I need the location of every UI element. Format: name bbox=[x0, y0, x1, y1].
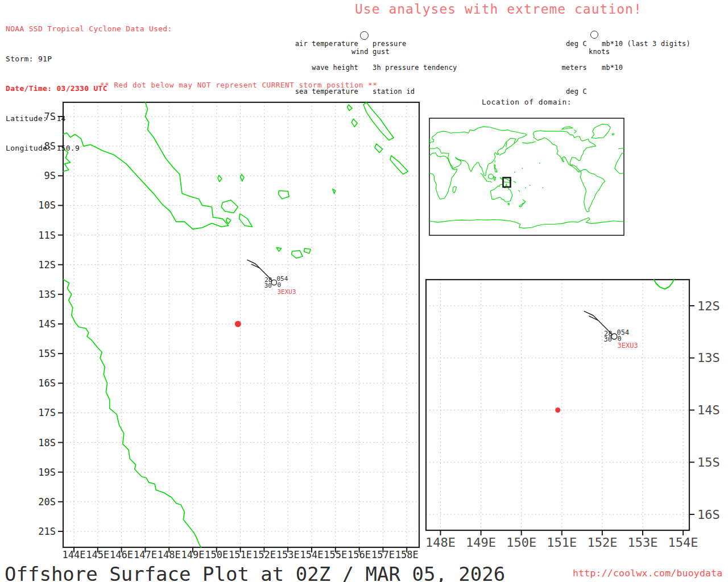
world-island-dot bbox=[514, 172, 515, 173]
units-legend-right-column: mb*10 (last 3 digits) mb*10 bbox=[602, 24, 690, 80]
main-x-tick-label: 150E bbox=[205, 549, 228, 560]
legend-mb10-last3-label: mb*10 (last 3 digits) bbox=[602, 40, 690, 48]
zoom-y-tick-label: 16S bbox=[697, 508, 720, 522]
main-y-tick-label: 10S bbox=[38, 199, 56, 211]
zoom-station-wind-barb-1 bbox=[584, 311, 593, 315]
world-island-dot bbox=[539, 163, 540, 164]
units-circle-glyph bbox=[590, 31, 598, 39]
legend-pressure-label: pressure bbox=[373, 40, 457, 48]
main-x-tick-label: 151E bbox=[229, 549, 252, 560]
world-coastline bbox=[507, 143, 515, 149]
world-coastline bbox=[519, 203, 524, 207]
main-x-tick-label: 158E bbox=[395, 549, 419, 560]
main-map-frame bbox=[63, 102, 419, 547]
world-coastline bbox=[580, 169, 605, 211]
island-outline bbox=[239, 214, 253, 227]
legend-meters-label: meters bbox=[539, 64, 587, 72]
world-coastline bbox=[486, 181, 492, 182]
zoom-x-tick-label: 154E bbox=[668, 535, 698, 550]
world-island-dot bbox=[522, 168, 523, 169]
main-station-station-id: 3EXU3 bbox=[277, 288, 296, 296]
world-coastline bbox=[562, 127, 573, 130]
world-coastline bbox=[506, 142, 507, 147]
main-station-circle bbox=[271, 280, 276, 285]
world-coastline bbox=[522, 142, 535, 143]
main-x-tick-label: 155E bbox=[324, 549, 347, 560]
zoom-y-tick-label: 15S bbox=[697, 455, 720, 469]
offshore-surface-plot-page: { "header": { "line1": "NOAA SSD Tropica… bbox=[0, 0, 728, 582]
world-coastline bbox=[494, 165, 497, 172]
world-island-dot bbox=[530, 185, 531, 186]
world-coastline bbox=[494, 176, 496, 180]
header-longitude: Longitude: 150.9 bbox=[6, 143, 172, 153]
world-coastline bbox=[453, 186, 457, 193]
zoom-y-tick-label: 13S bbox=[697, 351, 720, 365]
main-y-tick-label: 14S bbox=[38, 318, 56, 330]
world-coastline bbox=[615, 153, 624, 173]
main-y-tick-label: 9S bbox=[44, 170, 56, 181]
zoom-island-rossel bbox=[654, 280, 674, 289]
main-x-tick-label: 149E bbox=[181, 549, 205, 560]
main-x-tick-label: 145E bbox=[86, 549, 109, 560]
zoom-x-tick-label: 148E bbox=[425, 535, 456, 550]
world-island-dot bbox=[525, 188, 526, 189]
island-outline bbox=[351, 119, 357, 127]
world-coastline bbox=[508, 203, 509, 205]
zoom-station-wind-barb-2 bbox=[589, 316, 598, 321]
inset-map-title: Location of domain: bbox=[429, 98, 624, 106]
main-x-tick-label: 148E bbox=[158, 549, 181, 560]
main-station-sea-temp-value: 30 bbox=[264, 282, 272, 289]
main-x-tick-label: 153E bbox=[276, 549, 300, 560]
legend-station-id-label: station id bbox=[373, 88, 457, 95]
caution-banner: Use analyses with extreme caution! bbox=[355, 2, 642, 16]
header-data-source: NOAA SSD Tropical Cyclone Data Used: bbox=[6, 24, 172, 34]
header-storm-id: Storm: 91P bbox=[6, 54, 172, 64]
main-x-tick-label: 152E bbox=[253, 549, 276, 560]
world-coastline bbox=[533, 131, 595, 171]
zoom-station-circle bbox=[611, 334, 617, 339]
legend-wave-height-label: wave height bbox=[282, 64, 358, 72]
world-coastline bbox=[574, 130, 577, 134]
header-latitude: Latitude: -14 bbox=[6, 114, 172, 124]
island-outline bbox=[375, 144, 383, 153]
zoom-x-tick-label: 152E bbox=[587, 535, 617, 550]
zoom-y-tick-label: 14S bbox=[697, 403, 720, 417]
main-x-tick-label: 146E bbox=[110, 549, 133, 560]
zoom-y-tick-label: 12S bbox=[697, 299, 720, 313]
world-coastline bbox=[592, 124, 610, 138]
main-y-tick-label: 15S bbox=[38, 348, 56, 359]
main-y-tick-label: 21S bbox=[38, 526, 56, 537]
island-outline bbox=[333, 189, 336, 194]
world-coastline bbox=[619, 148, 624, 149]
legend-wind-gust-label: wind gust bbox=[351, 48, 390, 56]
world-coastline bbox=[429, 127, 527, 176]
island-outline bbox=[241, 174, 244, 181]
legend-pressure-tendency-label: 3h pressure tendency bbox=[373, 64, 457, 72]
main-x-tick-label: 144E bbox=[63, 549, 86, 560]
main-y-tick-label: 12S bbox=[38, 259, 56, 271]
legend-degc-air-label: deg C bbox=[539, 40, 587, 48]
station-legend-right-column: pressure 3h pressure tendency station id bbox=[373, 24, 457, 103]
island-outline bbox=[292, 251, 303, 259]
main-y-tick-label: 17S bbox=[38, 407, 56, 418]
world-coastline bbox=[429, 218, 624, 228]
station-legend-left-column: air temperature wave height sea temperat… bbox=[282, 24, 358, 103]
world-coastline bbox=[533, 134, 581, 173]
main-y-tick-label: 11S bbox=[38, 230, 56, 241]
island-outline bbox=[226, 218, 231, 223]
zoom-map-frame bbox=[426, 280, 689, 530]
zoom-x-tick-label: 151E bbox=[547, 535, 577, 550]
world-coastline bbox=[514, 181, 516, 182]
legend-knots-label: knots bbox=[589, 48, 610, 56]
world-coastline bbox=[612, 134, 614, 135]
main-x-tick-label: 147E bbox=[134, 549, 157, 560]
island-outline bbox=[279, 190, 289, 199]
legend-air-temperature-label: air temperature bbox=[282, 40, 358, 48]
island-outline bbox=[304, 248, 311, 253]
main-x-tick-label: 157E bbox=[371, 549, 395, 560]
world-coastline bbox=[489, 174, 494, 179]
main-station-wind-barb-2 bbox=[251, 264, 260, 268]
coastline-queensland bbox=[63, 280, 201, 547]
main-station-wind-barb-1 bbox=[247, 260, 255, 264]
island-outline bbox=[218, 175, 222, 182]
